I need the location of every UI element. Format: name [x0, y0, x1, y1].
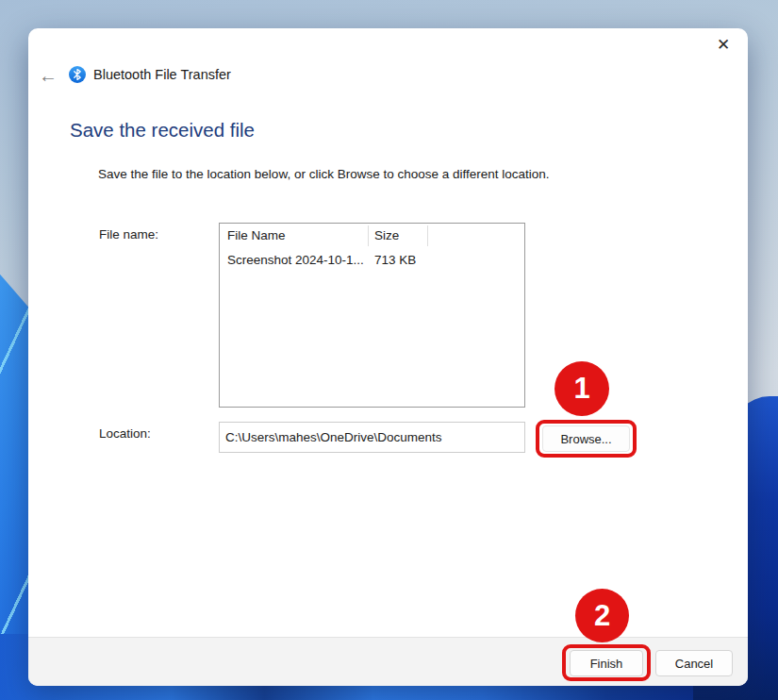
finish-button[interactable]: Finish	[570, 650, 643, 676]
column-header-size[interactable]: Size	[369, 225, 428, 246]
received-files-list[interactable]: File Name Size Screenshot 2024-10-1... 7…	[219, 223, 525, 408]
window-title: Bluetooth File Transfer	[93, 67, 231, 82]
step2-badge: 2	[575, 589, 629, 642]
bluetooth-icon	[69, 66, 86, 83]
back-button[interactable]: ←	[32, 62, 64, 89]
list-header-row: File Name Size	[220, 224, 524, 248]
location-input[interactable]	[219, 422, 525, 453]
list-item[interactable]: Screenshot 2024-10-1... 713 KB	[220, 248, 524, 271]
cancel-button[interactable]: Cancel	[655, 650, 733, 676]
description-text: Save the file to the location below, or …	[98, 167, 550, 181]
browse-button[interactable]: Browse...	[542, 425, 630, 452]
location-label: Location:	[99, 426, 151, 441]
page-title: Save the received file	[70, 119, 255, 142]
file-size-cell: 713 KB	[369, 253, 444, 267]
file-name-cell: Screenshot 2024-10-1...	[220, 253, 369, 267]
close-button[interactable]: ✕	[709, 31, 737, 58]
column-header-file-name[interactable]: File Name	[220, 225, 369, 246]
step1-badge: 1	[555, 361, 609, 416]
bluetooth-file-transfer-dialog: ✕ ← Bluetooth File Transfer Save the rec…	[28, 28, 748, 686]
file-name-label: File name:	[99, 227, 158, 242]
